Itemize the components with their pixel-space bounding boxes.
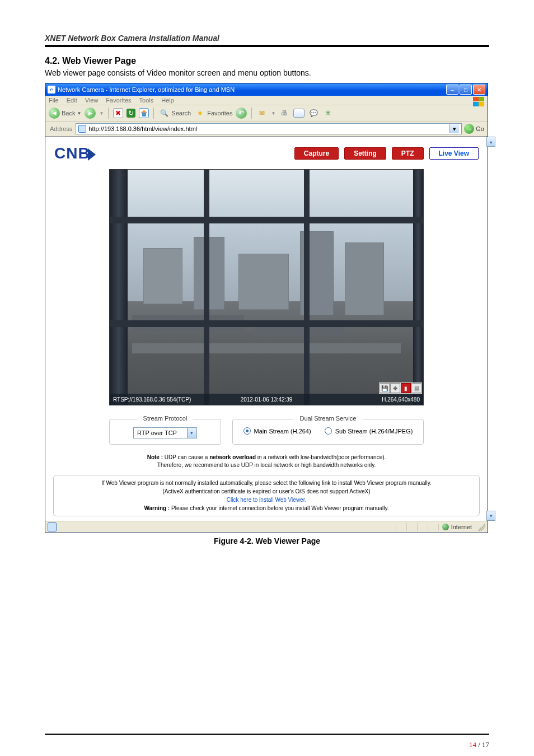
ptz-button[interactable]: PTZ (392, 147, 424, 160)
forward-button[interactable]: ► (85, 108, 96, 119)
osd-timestamp: 2012-01-06 13:42:39 (241, 396, 293, 403)
search-icon: 🔍 (158, 108, 170, 119)
messenger-button[interactable]: ✳ (322, 108, 334, 119)
setting-button[interactable]: Setting (344, 147, 386, 160)
sub-stream-label: Sub Stream (H.264/MJPEG) (335, 428, 413, 435)
search-button[interactable]: 🔍 Search (158, 108, 191, 119)
discuss-button[interactable]: 💬 (308, 108, 319, 119)
scroll-up-button[interactable]: ▴ (486, 137, 495, 147)
osd-record-icon[interactable]: ▮ (401, 383, 411, 393)
osd-toolbar: 💾 ✥ ▮ ▤ (379, 382, 422, 394)
install-info-box: If Web Viewer program is not normally in… (53, 475, 480, 516)
brand-text: CNB (54, 144, 90, 162)
refresh-button[interactable]: ↻ (127, 109, 135, 118)
osd-codec: H.264,640x480 (382, 396, 420, 403)
edit-button[interactable] (293, 109, 305, 118)
capture-button[interactable]: Capture (294, 147, 339, 160)
dual-stream-panel: Dual Stream Service Main Stream (H.264) … (232, 419, 424, 445)
back-label: Back (62, 110, 75, 116)
back-icon: ◄ (49, 108, 60, 119)
toolbar-separator (251, 108, 252, 119)
osd-bar: RTSP://193.168.0.36:554(TCP) 2012-01-06 … (110, 394, 423, 405)
resize-grip-icon (477, 523, 485, 531)
print-button[interactable]: 🖶 (279, 108, 290, 119)
stream-protocol-legend: Stream Protocol (138, 415, 193, 422)
home-button[interactable] (139, 108, 149, 118)
osd-snapshot-icon[interactable]: ▤ (411, 383, 421, 393)
toolbar-separator (108, 108, 109, 119)
rule-top (45, 45, 489, 47)
address-label: Address (49, 125, 73, 132)
ie-address-bar: Address http://193.168.0.36/html/view/in… (45, 122, 488, 137)
chevron-down-icon: ▼ (99, 111, 104, 116)
live-view-button[interactable]: Live View (429, 147, 479, 160)
close-button[interactable]: ✕ (473, 85, 485, 95)
mail-button[interactable]: ✉ (256, 108, 268, 119)
go-button[interactable]: → Go (464, 124, 484, 134)
radio-icon (243, 427, 251, 435)
note-line1a: UDP can cause a (165, 454, 209, 460)
dual-stream-legend: Dual Stream Service (294, 415, 362, 422)
menu-favorites[interactable]: Favorites (106, 97, 131, 104)
sub-stream-option[interactable]: Sub Stream (H.264/MJPEG) (325, 427, 413, 435)
chevron-down-icon: ▼ (271, 111, 275, 116)
address-field[interactable]: http://193.168.0.36/html/view/index.html… (76, 123, 462, 134)
osd-move-icon[interactable]: ✥ (390, 383, 400, 393)
radio-icon (325, 427, 332, 435)
page-number: 14 / 17 (469, 740, 489, 749)
maximize-button[interactable]: □ (460, 85, 472, 95)
page-icon (78, 125, 86, 133)
favorites-label: Favorites (207, 110, 232, 116)
info-line2: (ActiveX authentication certificate is e… (59, 487, 474, 496)
osd-save-icon[interactable]: 💾 (380, 383, 390, 393)
toolbar-separator (153, 108, 154, 119)
address-dropdown[interactable]: ▾ (449, 124, 459, 133)
minimize-button[interactable]: – (446, 85, 458, 95)
page-icon: e (48, 86, 55, 94)
install-link[interactable]: Click here to install Web Viewer. (59, 496, 474, 504)
section-title: Web Viewer Page (62, 56, 136, 66)
running-header: XNET Network Box Camera Installation Man… (45, 34, 489, 43)
info-line1: If Web Viewer program is not normally in… (59, 479, 474, 487)
brand-logo: CNB (54, 144, 96, 162)
history-button[interactable]: ↶ (236, 108, 247, 119)
main-stream-option[interactable]: Main Stream (H.264) (243, 427, 311, 435)
info-line3: Please check your internet connection be… (171, 505, 389, 511)
favorites-button[interactable]: ★ Favorites (194, 108, 232, 119)
back-button[interactable]: ◄ Back ▼ (49, 108, 81, 119)
menu-view[interactable]: View (85, 97, 99, 104)
window-title: Network Camera - Internet Explorer, opti… (58, 86, 446, 93)
ie-toolbar: ◄ Back ▼ ► ▼ ✖ ↻ 🔍 Search ★ Favorites ↶ (45, 105, 488, 122)
brand-triangle-icon (88, 148, 96, 161)
menu-tools[interactable]: Tools (139, 97, 154, 104)
page-total: 17 (482, 740, 489, 749)
note-text: Note : UDP can cause a network overload … (53, 454, 480, 469)
scroll-down-button[interactable]: ▾ (486, 511, 495, 521)
search-label: Search (171, 110, 191, 116)
ie-window: e Network Camera - Internet Explorer, op… (45, 83, 488, 533)
menu-edit[interactable]: Edit (67, 97, 77, 104)
main-stream-label: Main Stream (H.264) (254, 428, 311, 435)
osd-stream-url: RTSP://193.168.0.36:554(TCP) (113, 396, 191, 403)
menu-file[interactable]: File (49, 97, 59, 104)
page-current: 14 (469, 740, 476, 749)
protocol-select[interactable]: RTP over TCP ▾ (133, 427, 197, 438)
chevron-down-icon: ▼ (77, 111, 81, 116)
go-icon: → (464, 124, 474, 134)
note-bold: network overload (209, 454, 256, 460)
note-prefix: Note : (147, 454, 165, 460)
page-icon (48, 522, 57, 531)
section-intro: Web viewer page consists of Video monito… (45, 68, 489, 77)
windows-flag-icon (473, 97, 485, 107)
url-text: http://193.168.0.36/html/view/index.html (88, 125, 447, 132)
ie-status-bar: Internet (45, 521, 488, 533)
rule-bottom (45, 734, 489, 735)
stream-protocol-panel: Stream Protocol RTP over TCP ▾ (109, 419, 221, 445)
stop-button[interactable]: ✖ (113, 108, 123, 118)
chevron-down-icon: ▾ (187, 428, 196, 438)
page-sep: / (476, 740, 482, 749)
warning-prefix: Warning : (144, 505, 171, 511)
menu-help[interactable]: Help (161, 97, 174, 104)
note-line2: Therefore, we recommend to use UDP in lo… (157, 462, 376, 468)
go-label: Go (476, 125, 484, 132)
